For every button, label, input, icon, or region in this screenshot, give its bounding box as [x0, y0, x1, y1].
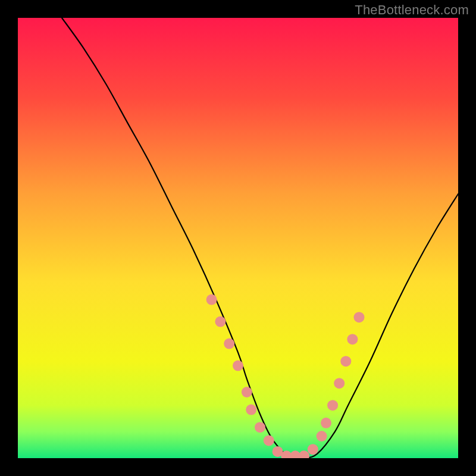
data-marker [264, 435, 274, 446]
chart-svg [18, 18, 458, 458]
data-marker [340, 356, 351, 367]
chart-plot-area [18, 18, 458, 458]
data-marker [215, 317, 226, 327]
data-marker [317, 431, 327, 441]
data-marker [347, 334, 358, 345]
data-marker [354, 312, 365, 322]
attribution-text: TheBottleneck.com [355, 2, 469, 18]
data-marker [233, 361, 243, 371]
data-marker [224, 339, 234, 349]
data-marker [206, 295, 217, 305]
data-marker [334, 378, 345, 389]
data-marker [308, 444, 318, 455]
data-marker [321, 418, 331, 428]
data-marker [327, 400, 338, 411]
data-marker [255, 422, 265, 433]
data-marker [242, 387, 252, 397]
gradient-background [18, 18, 458, 458]
data-marker [246, 405, 256, 415]
